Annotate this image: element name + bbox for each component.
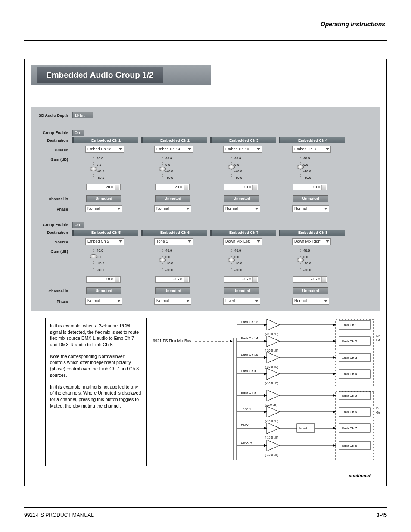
source-select[interactable]: Tone 1: [154, 238, 193, 245]
gain-slider[interactable]: 40.00.0-40.0-80.0: [155, 156, 190, 183]
out-label: Emb Ch 5: [342, 394, 357, 398]
mute-button[interactable]: Unmuted: [224, 287, 259, 294]
footer-left: 9921-FS PRODUCT MANUAL: [24, 512, 94, 518]
group1-enable-label: Group Enable: [34, 131, 68, 135]
gain-spinner[interactable]: -15.0: [293, 276, 327, 283]
mute-button[interactable]: Unmuted: [224, 195, 259, 202]
phase-select[interactable]: Normal: [85, 298, 122, 305]
mute-button[interactable]: Unmuted: [155, 195, 190, 202]
slider-tick: -80.0: [303, 268, 311, 272]
source-select[interactable]: Down Mix Left: [223, 238, 262, 245]
source-label-g1: Source: [34, 148, 68, 152]
header-rule: [24, 40, 387, 41]
out-label: Emb Ch 3: [342, 356, 357, 360]
gain-slider[interactable]: 40.00.0-40.0-80.0: [224, 248, 258, 275]
src-label: Emb Ch 10: [241, 353, 258, 357]
tab-embedded-audio[interactable]: Embedded Audio Group 1/2: [37, 67, 163, 83]
explanatory-note: In this example, when a 2-channel PCM si…: [45, 318, 147, 466]
gain-spinner[interactable]: -10.0: [293, 184, 327, 190]
phase-select[interactable]: Normal: [85, 205, 122, 212]
section-heading: Operating Instructions: [321, 21, 385, 28]
mute-button[interactable]: Unmuted: [293, 195, 328, 202]
source-select[interactable]: Down Mix Right: [292, 238, 331, 245]
gain-label: (-10.0 dB): [265, 382, 278, 385]
source-select[interactable]: Embed Ch 14: [154, 146, 193, 153]
grp2-label: Embedded: [376, 406, 380, 410]
continued-indicator: — continued —: [343, 473, 376, 478]
sd-audio-depth-value[interactable]: 20 bit: [72, 112, 93, 118]
source-select[interactable]: Embed Ch 10: [223, 146, 262, 153]
slider-tick: -40.0: [165, 169, 173, 173]
src-label: Emb Ch 14: [241, 336, 258, 340]
grp1-label: Embedded: [376, 334, 380, 338]
slider-tick: -40.0: [303, 169, 311, 173]
out-label: Emb Ch 7: [342, 426, 357, 430]
slider-tick: -40.0: [234, 169, 242, 173]
gain-slider[interactable]: 40.00.0-40.0-80.0: [224, 156, 258, 183]
note-p3: In this example, muting is not applied t…: [50, 384, 142, 409]
phase-select[interactable]: Normal: [154, 205, 191, 212]
mute-button[interactable]: Unmuted: [86, 195, 121, 202]
gain-label-g1: Gain (dB): [34, 157, 68, 162]
gain-slider[interactable]: 40.00.0-40.0-80.0: [86, 156, 121, 183]
slider-tick: 40.0: [97, 156, 103, 160]
dest-header: Embedded Ch 8: [279, 230, 345, 236]
slider-tick: -80.0: [234, 176, 242, 180]
invert-box: Invert: [299, 427, 307, 430]
gain-slider[interactable]: 40.00.0-40.0-80.0: [293, 156, 327, 183]
dest-header: Embedded Ch 6: [141, 230, 207, 236]
out-label: Emb Ch 1: [342, 323, 357, 327]
mute-button[interactable]: Unmuted: [86, 287, 121, 294]
svg-text:Group 1: Group 1: [376, 338, 380, 342]
gain-spinner[interactable]: -15.0: [224, 276, 258, 283]
slider-tick: 40.0: [165, 249, 172, 252]
figure-frame: Embedded Audio Group 1/2 SD Audio Depth …: [24, 59, 387, 486]
phase-select[interactable]: Invert: [223, 298, 260, 305]
phase-label-g1: Phase: [34, 207, 68, 212]
note-p1: In this example, when a 2-channel PCM si…: [50, 323, 142, 348]
group1-enable-button[interactable]: On: [72, 130, 84, 136]
source-select[interactable]: Embed Ch 12: [85, 146, 124, 153]
slider-tick: 0.0: [234, 255, 239, 259]
src-label: Emb Ch 3: [241, 369, 256, 373]
footer-right: 3-45: [377, 512, 387, 518]
slider-tick: -80.0: [97, 176, 104, 180]
src-bus-label: 9921-FS Flex Mix Bus: [153, 339, 191, 343]
gain-spinner[interactable]: -20.0: [155, 184, 190, 190]
mute-button[interactable]: Unmuted: [293, 287, 328, 294]
slider-tick: -40.0: [97, 261, 104, 265]
slider-tick: 40.0: [97, 249, 103, 252]
page-footer: 9921-FS PRODUCT MANUAL 3-45: [24, 507, 387, 518]
slider-tick: -80.0: [303, 176, 311, 180]
destination-label-g2: Destination: [34, 230, 68, 235]
phase-select[interactable]: Normal: [223, 205, 260, 212]
gain-spinner[interactable]: 10.0: [86, 276, 121, 283]
slider-tick: 0.0: [303, 255, 308, 259]
src-label: DMX-L: [241, 423, 252, 427]
slider-tick: 40.0: [303, 156, 310, 160]
dest-header: Embedded Ch 1: [72, 137, 138, 143]
phase-select[interactable]: Normal: [292, 298, 329, 305]
slider-tick: -40.0: [234, 261, 242, 265]
phase-select[interactable]: Normal: [154, 298, 191, 305]
gain-slider[interactable]: 40.00.0-40.0-80.0: [155, 248, 190, 275]
dest-header: Embedded Ch 4: [279, 137, 345, 143]
source-select[interactable]: Embed Ch 3: [292, 146, 331, 153]
gain-spinner[interactable]: -20.0: [86, 184, 121, 190]
slider-tick: -80.0: [165, 268, 173, 272]
mute-button[interactable]: Unmuted: [155, 287, 190, 294]
slider-tick: 0.0: [97, 255, 101, 259]
gain-slider[interactable]: 40.00.0-40.0-80.0: [86, 248, 121, 275]
gain-label: (-15.0 dB): [265, 453, 278, 457]
gain-spinner[interactable]: -10.0: [224, 184, 258, 190]
svg-text:Group 2: Group 2: [376, 411, 380, 414]
gain-slider[interactable]: 40.00.0-40.0-80.0: [293, 248, 327, 275]
note-p2: Note the corresponding Normal/Invert con…: [50, 353, 142, 379]
src-label: Tone 1: [241, 407, 252, 411]
slider-tick: -80.0: [165, 176, 173, 180]
phase-select[interactable]: Normal: [292, 205, 329, 212]
source-select[interactable]: Embed Ch 5: [85, 238, 124, 245]
group2-enable-button[interactable]: On: [72, 222, 84, 228]
channel-is-label-g2: Channel is: [34, 289, 68, 293]
gain-spinner[interactable]: -15.0: [155, 276, 190, 283]
